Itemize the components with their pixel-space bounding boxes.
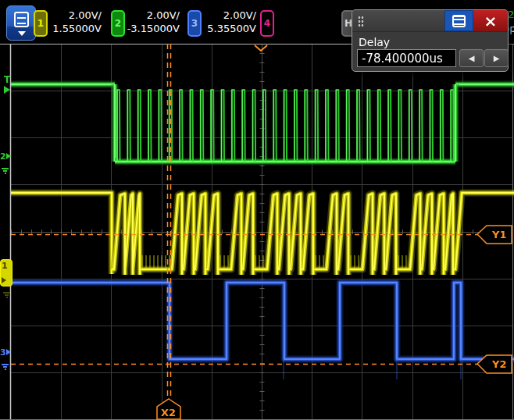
delay-field-label: Delay (359, 36, 390, 48)
channel-2-ground-icon (2, 168, 9, 173)
trigger-level-arrow-icon (4, 86, 10, 94)
channel-4-button[interactable]: 4 (260, 10, 274, 37)
channel-1-ground-icon (3, 292, 10, 297)
dialog-menu-button[interactable] (444, 10, 473, 31)
svg-text:Y2: Y2 (491, 358, 506, 370)
trigger-level-marker[interactable]: T (4, 75, 10, 94)
svg-text:X2: X2 (161, 407, 176, 418)
channel-3-position-marker[interactable]: 3 (0, 348, 11, 369)
oscilloscope-screen: 1 2.00V/ 1.55000V 2 2.00V/ -3.15000V 3 2… (0, 0, 514, 420)
svg-text:Y1: Y1 (491, 229, 506, 240)
delay-increment-button[interactable]: ▶ (484, 49, 509, 67)
channel-3-scale: 2.00V/ (198, 9, 256, 22)
channel-2-offset: -3.15000V (122, 22, 180, 35)
channel-1-offset: 1.55000V (44, 22, 102, 35)
channel-2-marker-label: 2 (0, 152, 6, 161)
channel-2-marker-arrow-icon (6, 153, 11, 159)
channel-2-scale: 2.00V/ (122, 9, 180, 22)
cursor-x2-tag[interactable]: X2 (156, 398, 182, 420)
waveform-display (0, 44, 514, 420)
dialog-title-bar[interactable]: × (352, 10, 508, 32)
horizontal-center-marker (254, 44, 269, 52)
channel-3-ground-icon (2, 364, 9, 369)
channel-1-marker-arrow-icon (2, 277, 6, 283)
delay-value-input[interactable] (357, 49, 456, 67)
drag-handle-icon[interactable] (358, 16, 364, 27)
cursor-y1-tag[interactable]: Y1 (477, 224, 513, 245)
channel-2-readout: 2.00V/ -3.15000V (122, 9, 180, 35)
channel-2-position-marker[interactable]: 2 (0, 152, 11, 173)
scope-graticule-area: T 2 1 3 Y1 Y2 X2 (0, 44, 514, 420)
channel-1-readout: 2.00V/ 1.55000V (44, 9, 102, 35)
channel-1-scale: 2.00V/ (44, 9, 102, 22)
main-menu-button[interactable] (6, 5, 36, 41)
trigger-level-label: T (4, 75, 10, 84)
chevron-down-icon (18, 31, 26, 36)
channel-3-marker-arrow-icon (6, 349, 11, 355)
channel-3-offset: 5.35500V (198, 22, 256, 35)
menu-icon (14, 12, 29, 27)
channel-1-marker-label: 1 (2, 262, 8, 270)
menu-icon (452, 15, 466, 27)
delay-decrement-button[interactable]: ◀ (459, 49, 484, 67)
delay-dialog: × Delay ◀ ▶ (352, 9, 509, 72)
trigger-source-digit: 2 (508, 9, 514, 20)
cursor-y2-tag[interactable]: Y2 (477, 354, 513, 375)
dialog-close-button[interactable]: × (473, 10, 508, 31)
channel-1-position-marker-selected[interactable]: 1 (0, 259, 12, 287)
channel-3-marker-label: 3 (0, 348, 6, 357)
channel-3-readout: 2.00V/ 5.35500V (198, 9, 256, 35)
